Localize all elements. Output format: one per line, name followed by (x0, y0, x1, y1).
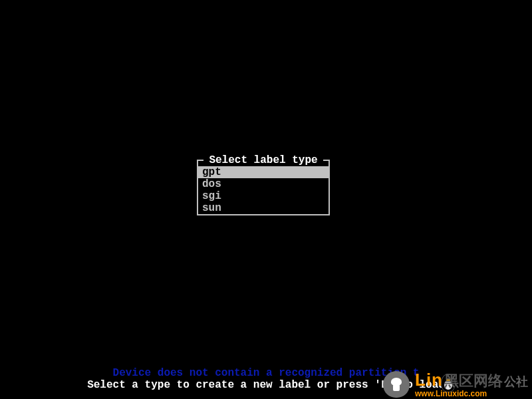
dialog-border-bottom (197, 214, 330, 221)
option-sun[interactable]: sun (198, 202, 329, 214)
option-dos[interactable]: dos (198, 178, 329, 190)
option-gpt[interactable]: gpt (198, 166, 329, 178)
status-hint: Select a type to create a new label or p… (0, 379, 532, 391)
option-sgi[interactable]: sgi (198, 190, 329, 202)
dialog-border-top: Select label type (197, 154, 330, 166)
status-warning: Device does not contain a recognized par… (0, 367, 532, 379)
label-type-dialog: Select label type gpt dos sgi sun (197, 154, 330, 221)
dialog-title: Select label type (197, 154, 330, 166)
dialog-body: gpt dos sgi sun (197, 166, 330, 214)
